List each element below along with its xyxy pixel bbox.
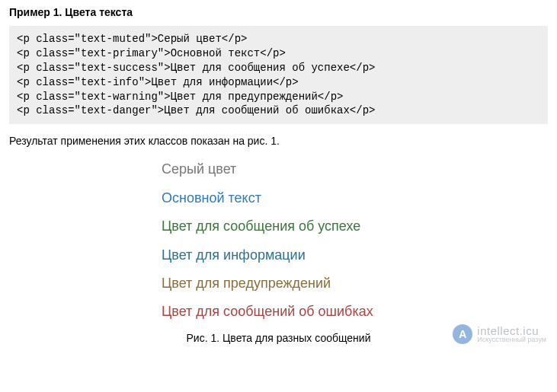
figure-caption: Рис. 1. Цвета для разных сообщений <box>9 332 548 344</box>
code-block: <p class="text-muted">Серый цвет</p> <p … <box>9 26 548 124</box>
sample-danger: Цвет для сообщений об ошибках <box>162 303 548 320</box>
result-area: Серый цвет Основной текст Цвет для сообщ… <box>9 161 548 320</box>
sample-primary: Основной текст <box>162 190 548 207</box>
sample-warning: Цвет для предупреждений <box>162 275 548 292</box>
sample-muted: Серый цвет <box>162 161 548 178</box>
sample-info: Цвет для информации <box>162 247 548 264</box>
example-title: Пример 1. Цвета текста <box>9 6 548 18</box>
result-intro: Результат применения этих классов показа… <box>9 135 548 147</box>
sample-success: Цвет для сообщения об успехе <box>162 218 548 235</box>
